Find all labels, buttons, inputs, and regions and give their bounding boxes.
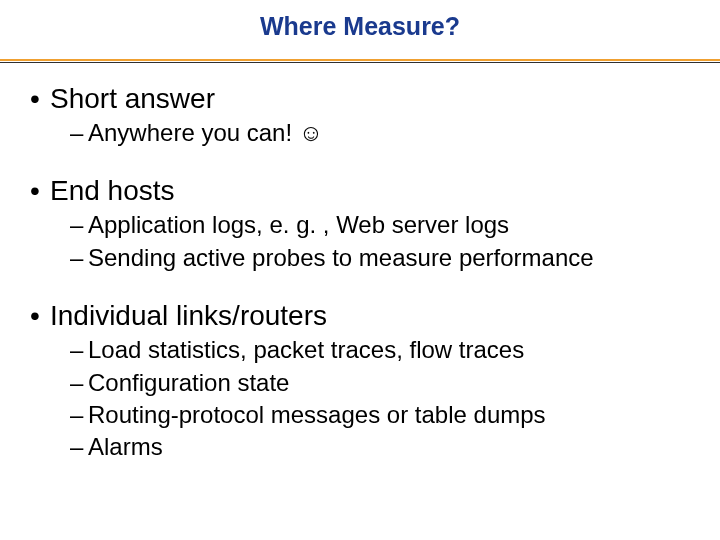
dash-marker: – [70,117,88,149]
title-area: Where Measure? [0,0,720,49]
bullet-level-2: –Load statistics, packet traces, flow tr… [24,334,696,366]
sub-bullet-text: Sending active probes to measure perform… [88,244,594,271]
bullet-level-2: –Alarms [24,431,696,463]
dash-marker: – [70,242,88,274]
bullet-group: •Individual links/routers –Load statisti… [24,300,696,464]
bullet-text: Individual links/routers [50,300,327,331]
bullet-group: •End hosts –Application logs, e. g. , We… [24,175,696,274]
bullet-level-1: •Short answer [24,83,696,115]
bullet-marker: • [30,175,50,207]
dash-marker: – [70,334,88,366]
bullet-level-1: •Individual links/routers [24,300,696,332]
dash-marker: – [70,367,88,399]
bullet-group: •Short answer –Anywhere you can! ☺ [24,83,696,149]
dash-marker: – [70,399,88,431]
sub-bullet-text: Configuration state [88,369,289,396]
slide: Where Measure? •Short answer –Anywhere y… [0,0,720,540]
sub-bullet-text: Anywhere you can! ☺ [88,119,323,146]
content-area: •Short answer –Anywhere you can! ☺ •End … [0,63,720,464]
bullet-level-1: •End hosts [24,175,696,207]
divider-line [0,62,720,63]
bullet-text: Short answer [50,83,215,114]
dash-marker: – [70,431,88,463]
bullet-marker: • [30,83,50,115]
bullet-level-2: –Application logs, e. g. , Web server lo… [24,209,696,241]
sub-bullet-text: Application logs, e. g. , Web server log… [88,211,509,238]
dash-marker: – [70,209,88,241]
divider-accent [0,59,720,61]
bullet-level-2: –Sending active probes to measure perfor… [24,242,696,274]
page-title: Where Measure? [0,12,720,41]
sub-bullet-text: Routing-protocol messages or table dumps [88,401,546,428]
bullet-level-2: –Configuration state [24,367,696,399]
bullet-level-2: –Anywhere you can! ☺ [24,117,696,149]
bullet-level-2: –Routing-protocol messages or table dump… [24,399,696,431]
divider [0,59,720,63]
bullet-marker: • [30,300,50,332]
sub-bullet-text: Alarms [88,433,163,460]
sub-bullet-text: Load statistics, packet traces, flow tra… [88,336,524,363]
bullet-text: End hosts [50,175,175,206]
